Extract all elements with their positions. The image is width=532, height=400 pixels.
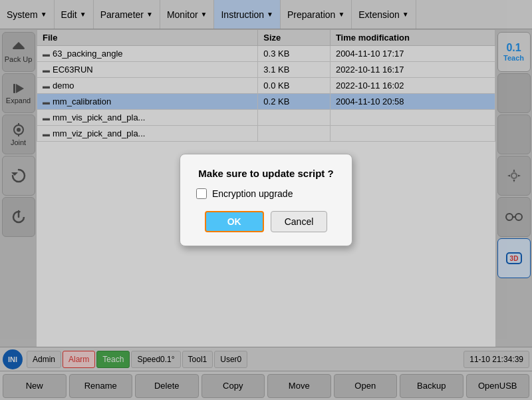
encryption-label: Encryption upgrade — [212, 188, 293, 199]
dialog-cancel-button[interactable]: Cancel — [271, 211, 328, 232]
dialog-checkbox-row: Encryption upgrade — [196, 188, 336, 199]
dialog-ok-button[interactable]: OK — [205, 211, 264, 232]
encryption-checkbox[interactable] — [196, 188, 207, 199]
dialog-overlay: Make sure to update script ? Encryption … — [0, 0, 532, 400]
dialog-buttons: OK Cancel — [196, 211, 336, 232]
dialog-title: Make sure to update script ? — [196, 168, 336, 179]
dialog: Make sure to update script ? Encryption … — [180, 154, 352, 246]
